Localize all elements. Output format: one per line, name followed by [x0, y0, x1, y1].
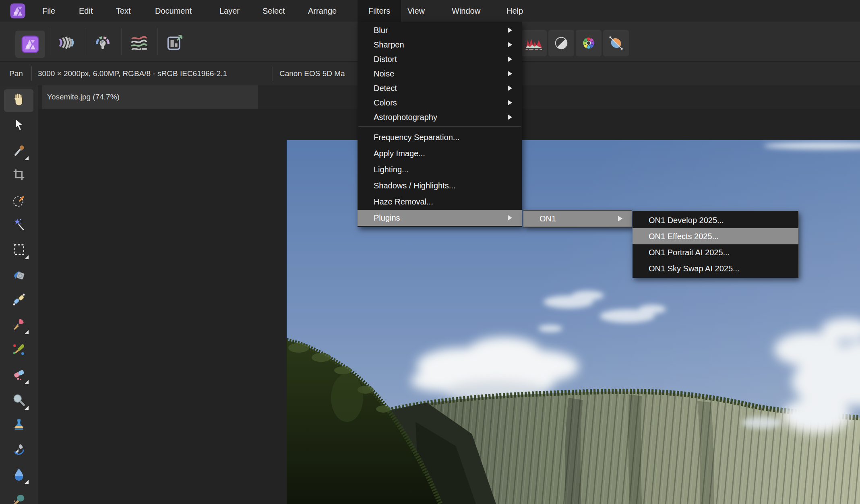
histogram-button[interactable]: [521, 30, 547, 56]
flyout-indicator: [25, 406, 29, 410]
photo-persona-button[interactable]: [15, 31, 45, 58]
menubar-item-text[interactable]: Text: [116, 0, 131, 22]
undo-brush-tool[interactable]: [11, 441, 27, 459]
menubar-item-layer[interactable]: Layer: [219, 0, 240, 22]
menu-item-lighting[interactable]: Lighting...: [358, 161, 522, 178]
smudge-brush-icon: [11, 491, 27, 504]
document-tab[interactable]: Yosemite.jpg (74.7%): [42, 85, 258, 109]
menubar-item-filters[interactable]: Filters: [358, 0, 401, 22]
clone-stamp-icon: [11, 417, 27, 433]
affinity-photo-app-icon[interactable]: [9, 2, 27, 20]
menu-item-noise[interactable]: Noise: [358, 66, 522, 81]
menu-item-haze-removal[interactable]: Haze Removal...: [358, 194, 522, 210]
flyout-indicator: [25, 330, 29, 334]
flyout-indicator: [25, 156, 29, 160]
camera-info-label: Canon EOS 5D Ma: [279, 62, 345, 86]
flyout-indicator: [25, 480, 29, 484]
filters-menu: Blur Sharpen Distort Noise Detect Colors…: [358, 22, 522, 227]
magic-wand-icon: [11, 217, 27, 233]
color-picker-tool[interactable]: [11, 143, 27, 160]
menu-item-detect[interactable]: Detect: [358, 81, 522, 95]
submenu-arrow-icon: [508, 56, 512, 62]
on1-submenu: ON1 Develop 2025... ON1 Effects 2025... …: [633, 211, 798, 278]
tone-mapping-persona-button[interactable]: [129, 33, 149, 52]
gradient-icon: [11, 291, 27, 308]
menu-separator: [358, 126, 521, 127]
photo-persona-icon: [20, 34, 40, 54]
menubar-item-window[interactable]: Window: [452, 0, 480, 22]
hand-icon: [11, 91, 27, 107]
menu-item-frequency-separation[interactable]: Frequency Separation...: [358, 129, 522, 145]
liquify-persona-button[interactable]: [56, 33, 75, 52]
plugins-submenu: ON1: [523, 210, 632, 227]
menu-item-colors[interactable]: Colors: [358, 95, 522, 110]
menu-item-shadows-highlights[interactable]: Shadows / Highlights...: [358, 178, 522, 194]
clone-brush-tool[interactable]: [11, 417, 27, 434]
menu-item-on1-sky-swap-ai[interactable]: ON1 Sky Swap AI 2025...: [633, 260, 798, 277]
submenu-arrow-icon: [508, 42, 512, 48]
view-hand-tool[interactable]: [11, 91, 27, 109]
submenu-arrow-icon: [508, 100, 512, 105]
selection-brush-tool[interactable]: [11, 192, 27, 210]
menubar-item-view[interactable]: View: [407, 0, 425, 22]
menu-item-apply-image[interactable]: Apply Image...: [358, 145, 522, 161]
menubar-item-arrange[interactable]: Arrange: [308, 0, 337, 22]
blur-brush-tool[interactable]: [11, 466, 27, 484]
gradient-map-icon: [606, 34, 626, 52]
move-tool[interactable]: [11, 117, 27, 134]
submenu-arrow-icon: [508, 71, 512, 76]
menu-item-blur[interactable]: Blur: [358, 23, 522, 37]
menu-item-distort[interactable]: Distort: [358, 52, 522, 66]
selection-brush-icon: [11, 192, 27, 209]
contrast-button[interactable]: [548, 30, 574, 56]
flyout-indicator: [25, 255, 29, 259]
color-wheel-button[interactable]: [576, 30, 602, 56]
paint-brush-tool[interactable]: [11, 316, 27, 334]
menu-item-on1-effects[interactable]: ON1 Effects 2025...: [633, 228, 798, 244]
erase-brush-tool[interactable]: [11, 366, 27, 384]
menubar-item-file[interactable]: File: [42, 0, 55, 22]
info-separator: [31, 66, 32, 81]
menu-item-on1-portrait-ai[interactable]: ON1 Portrait AI 2025...: [633, 244, 798, 260]
export-persona-icon: [165, 33, 184, 52]
menubar-item-help[interactable]: Help: [506, 0, 523, 22]
toolbar-separator: [85, 28, 85, 55]
crop-icon: [11, 167, 27, 183]
pixel-brush-tool[interactable]: [11, 341, 27, 359]
smudge-brush-tool[interactable]: [11, 491, 27, 504]
flood-fill-tool[interactable]: [11, 267, 27, 285]
tools-panel: [0, 85, 38, 504]
develop-persona-icon: [93, 33, 112, 52]
menubar-item-document[interactable]: Document: [155, 0, 192, 22]
pixel-brush-icon: [11, 341, 27, 357]
submenu-arrow-icon: [508, 27, 512, 33]
info-separator: [273, 66, 273, 81]
toolbar-separator: [157, 28, 158, 55]
marquee-select-tool[interactable]: [11, 242, 27, 259]
develop-persona-button[interactable]: [93, 33, 112, 52]
submenu-arrow-icon: [618, 216, 622, 221]
flood-select-tool[interactable]: [11, 217, 27, 234]
current-tool-label: Pan: [9, 62, 23, 86]
contrast-icon: [552, 34, 570, 52]
submenu-arrow-icon: [508, 114, 512, 120]
menu-item-sharpen[interactable]: Sharpen: [358, 37, 522, 52]
dodge-brush-tool[interactable]: [11, 392, 27, 410]
toolbar-separator: [121, 28, 122, 55]
submenu-arrow-icon: [508, 215, 512, 221]
menu-item-on1[interactable]: ON1: [523, 211, 632, 227]
cursor-icon: [11, 117, 27, 133]
menu-bar: File Edit Text Document Layer Select Arr…: [0, 0, 860, 22]
undo-brush-icon: [11, 441, 27, 457]
menubar-item-edit[interactable]: Edit: [79, 0, 93, 22]
gradient-tool[interactable]: [11, 291, 27, 309]
export-persona-button[interactable]: [165, 33, 184, 52]
menu-item-on1-develop[interactable]: ON1 Develop 2025...: [633, 212, 798, 228]
menubar-item-select[interactable]: Select: [263, 0, 285, 22]
gradient-map-button[interactable]: [603, 30, 629, 56]
toolbar-separator: [50, 28, 50, 55]
submenu-arrow-icon: [508, 85, 512, 91]
crop-tool[interactable]: [11, 167, 27, 184]
menu-item-plugins[interactable]: Plugins: [358, 210, 522, 226]
menu-item-astrophotography[interactable]: Astrophotography: [358, 110, 522, 124]
